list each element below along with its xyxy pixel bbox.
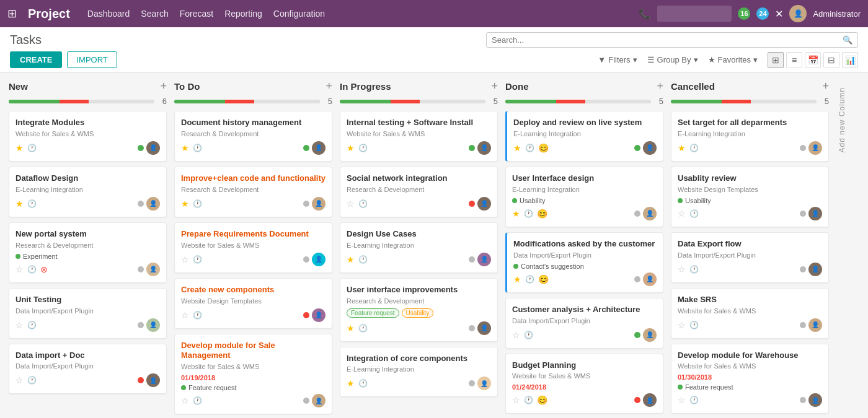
favorites-button[interactable]: ★ Favorites ▾ — [708, 55, 758, 64]
avatar: 👤 — [477, 377, 491, 390]
star-button[interactable]: ★ — [513, 274, 521, 284]
star-button[interactable]: ☆ — [16, 375, 24, 385]
chart-view-icon[interactable]: 📊 — [842, 52, 858, 68]
star-button[interactable]: ★ — [181, 143, 189, 153]
avatar: 👤 — [808, 393, 822, 407]
import-button[interactable]: IMPORT — [67, 51, 117, 68]
nav-configuration[interactable]: Configuration — [273, 9, 325, 19]
close-icon[interactable]: ✕ — [775, 8, 783, 20]
grid-icon[interactable]: ⊞ — [7, 7, 17, 20]
avatar: 👤 — [312, 141, 326, 155]
groupby-button[interactable]: ☰ Group By ▾ — [647, 55, 698, 64]
column-cancelled-header: Cancelled + — [671, 80, 829, 93]
nav-dashboard[interactable]: Dashboard — [87, 9, 130, 19]
star-button[interactable]: ★ — [512, 209, 520, 219]
card-budget-planning: Budget Planning Website for Sales & WMS … — [505, 354, 663, 414]
star-button[interactable]: ★ — [513, 143, 521, 153]
tag-label: Feature request — [685, 383, 733, 391]
star-button[interactable]: ☆ — [512, 330, 520, 340]
clock-icon: 🕐 — [358, 324, 368, 333]
nav-forecast[interactable]: Forecast — [180, 9, 213, 19]
status-dot — [800, 211, 806, 217]
admin-label: Administrator — [813, 9, 861, 19]
phone-icon[interactable]: 📞 — [639, 8, 651, 20]
clock-icon: 🕐 — [193, 396, 202, 405]
card-new-portal: New portal system Research & Development… — [9, 222, 167, 283]
create-button[interactable]: CREATE — [10, 51, 62, 68]
column-new-add-button[interactable]: + — [160, 80, 167, 93]
card-set-target-subtitle: E-Learning Integration — [678, 130, 822, 137]
subheader-top: Tasks 🔍 — [10, 32, 858, 51]
column-done: Done + 5 Deploy and review on live syste… — [505, 80, 663, 418]
column-cancelled-progress: 5 — [671, 97, 829, 106]
status-dot — [634, 332, 640, 338]
clock-icon: 🕐 — [27, 265, 37, 274]
star-button[interactable]: ★ — [678, 143, 686, 153]
star-button[interactable]: ☆ — [678, 264, 686, 274]
star-button[interactable]: ★ — [347, 378, 355, 388]
star-button[interactable]: ☆ — [678, 209, 686, 219]
card-modifications-title: Modifications asked by the customer — [513, 239, 657, 250]
card-ui-improvements-title: User interface improvements — [347, 285, 491, 295]
card-set-target-title: Set target for all deparments — [678, 118, 822, 128]
avatar: 👤 — [643, 393, 657, 407]
star-button[interactable]: ★ — [16, 199, 24, 209]
column-done-add-button[interactable]: + — [657, 80, 663, 93]
calendar-view-icon[interactable]: 📅 — [805, 52, 821, 68]
star-button[interactable]: ☆ — [347, 199, 355, 209]
add-column-button[interactable]: Add new Column — [833, 80, 851, 152]
card-budget-planning-title: Budget Planning — [512, 360, 657, 371]
tag-dot — [16, 254, 20, 259]
star-button[interactable]: ☆ — [181, 255, 189, 264]
card-integration-core: Integration of core components E-Learnin… — [340, 347, 498, 398]
star-button[interactable]: ☆ — [678, 320, 686, 330]
column-cancelled: Cancelled + 5 Set target for all deparme… — [671, 80, 829, 418]
card-data-export-flow-title: Data Export flow — [678, 239, 822, 250]
list-view-icon[interactable]: ≡ — [786, 52, 802, 68]
filters-button[interactable]: ▼ Filters ▾ — [598, 55, 637, 64]
kanban-view-icon[interactable]: ⊞ — [768, 52, 784, 68]
column-todo-progress: 5 — [174, 97, 332, 106]
column-todo-count: 5 — [322, 97, 332, 106]
topnav-search-input[interactable] — [657, 6, 732, 22]
card-integrate-modules: Integrate Modules Website for Sales & WM… — [9, 111, 167, 162]
clock-icon: 🕐 — [524, 209, 533, 218]
kanban-board: New + 6 Integrate Modules Website for Sa… — [0, 72, 868, 418]
star-button[interactable]: ☆ — [16, 320, 24, 330]
column-cancelled-add-button[interactable]: + — [822, 80, 829, 93]
star-button[interactable]: ☆ — [512, 395, 520, 405]
avatar: 👤 — [643, 141, 657, 155]
star-button[interactable]: ☆ — [181, 396, 189, 406]
star-button[interactable]: ★ — [347, 143, 355, 153]
star-button[interactable]: ☆ — [678, 395, 686, 405]
card-develop-sale-mgmt-title: Develop module for Sale Management — [181, 341, 326, 362]
notification-badge-2[interactable]: 24 — [756, 7, 769, 20]
user-avatar[interactable]: 👤 — [789, 5, 807, 22]
card-data-export-flow: Data Export flow Data Import/Export Plug… — [671, 232, 829, 283]
card-internal-testing-subtitle: Website for Sales & WMS — [347, 130, 491, 137]
status-dot — [469, 145, 475, 151]
star-button[interactable]: ★ — [347, 323, 355, 333]
search-input[interactable] — [492, 35, 839, 45]
star-button[interactable]: ★ — [347, 255, 355, 264]
star-button[interactable]: ☆ — [181, 310, 189, 320]
tag-dot — [513, 264, 518, 269]
tag-feature-request: Feature request — [347, 308, 399, 318]
card-social-network-title: Social network integration — [347, 173, 491, 184]
nav-reporting[interactable]: Reporting — [224, 9, 262, 19]
notification-badge-1[interactable]: 16 — [738, 7, 750, 20]
star-button[interactable]: ★ — [16, 143, 24, 153]
cancel-icon[interactable]: ⊗ — [40, 264, 48, 274]
view-switcher: ⊞ ≡ 📅 ⊟ 📊 — [768, 52, 858, 68]
pivot-view-icon[interactable]: ⊟ — [823, 52, 839, 68]
column-inprogress-add-button[interactable]: + — [491, 80, 498, 93]
favorites-chevron: ▾ — [753, 55, 758, 64]
status-dot — [138, 322, 144, 328]
clock-icon: 🕐 — [358, 199, 368, 208]
avatar: 👤 — [808, 141, 822, 155]
column-todo-add-button[interactable]: + — [326, 80, 332, 93]
star-button[interactable]: ☆ — [16, 264, 24, 274]
star-button[interactable]: ★ — [181, 199, 189, 209]
nav-search[interactable]: Search — [141, 9, 168, 19]
tag-dot — [181, 385, 186, 390]
